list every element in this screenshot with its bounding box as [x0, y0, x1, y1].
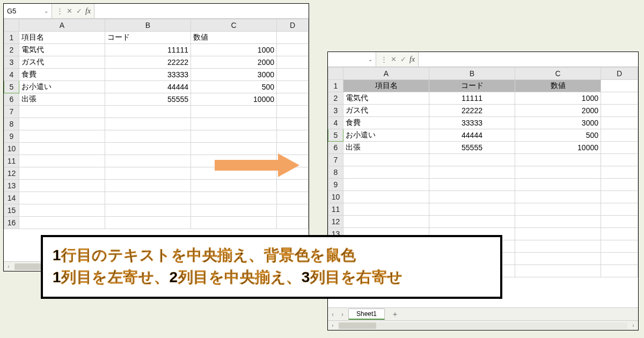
cell[interactable]: 電気代 — [343, 92, 429, 105]
row-header[interactable]: 1 — [328, 80, 343, 92]
cell[interactable] — [277, 56, 309, 69]
cell[interactable]: 食費 — [343, 117, 429, 129]
row-header[interactable]: 6 — [328, 142, 343, 154]
cell[interactable]: 3000 — [515, 117, 601, 129]
col-header[interactable]: C — [191, 19, 277, 32]
dropdown-icon[interactable]: ⌄ — [44, 8, 48, 14]
row-header[interactable]: 2 — [4, 44, 19, 56]
add-sheet-icon[interactable]: ＋ — [386, 310, 404, 319]
row-header[interactable]: 5 — [328, 129, 343, 142]
tab-nav-right-icon[interactable]: › — [338, 311, 347, 318]
cell[interactable]: お小遣い — [343, 129, 429, 142]
row-header[interactable]: 13 — [4, 180, 19, 192]
cell[interactable]: 電気代 — [19, 44, 105, 56]
fx-icon[interactable]: fx — [409, 55, 415, 64]
dropdown-icon[interactable]: ⌄ — [368, 56, 372, 62]
row-header[interactable]: 7 — [328, 154, 343, 166]
sheet-tab[interactable]: Sheet1 — [348, 308, 385, 320]
enter-icon[interactable]: ✓ — [399, 55, 407, 63]
row-header[interactable]: 12 — [4, 167, 19, 180]
cell[interactable]: 3000 — [191, 69, 277, 81]
hscroll[interactable]: ‹ › — [328, 320, 638, 330]
cell[interactable] — [601, 117, 638, 129]
scroll-left-icon[interactable]: ‹ — [4, 263, 13, 269]
row-header[interactable]: 12 — [328, 216, 343, 228]
dots-icon[interactable]: ⋮ — [55, 7, 64, 15]
cell[interactable]: ガス代 — [343, 105, 429, 117]
row-header[interactable]: 8 — [4, 118, 19, 130]
cell[interactable] — [601, 92, 638, 105]
cell[interactable]: 44444 — [105, 81, 191, 93]
cell[interactable] — [601, 142, 638, 154]
scroll-track[interactable] — [339, 322, 627, 329]
cell[interactable] — [277, 32, 309, 44]
enter-icon[interactable]: ✓ — [75, 7, 83, 15]
name-box[interactable]: G5 ⌄ — [4, 4, 52, 18]
col-header[interactable]: B — [429, 68, 515, 80]
col-header[interactable]: A — [343, 68, 429, 80]
row-header[interactable]: 10 — [4, 143, 19, 155]
cell[interactable]: 11111 — [105, 44, 191, 56]
row-header[interactable]: 9 — [4, 130, 19, 143]
cell[interactable]: 44444 — [429, 129, 515, 142]
cell[interactable]: 項目名 — [19, 32, 105, 44]
cell[interactable] — [277, 44, 309, 56]
cell[interactable]: 1000 — [191, 44, 277, 56]
cell[interactable]: 55555 — [429, 142, 515, 154]
scroll-thumb[interactable] — [339, 322, 376, 329]
cell[interactable]: 10000 — [191, 93, 277, 106]
cell[interactable]: 2000 — [515, 105, 601, 117]
row-header[interactable]: 11 — [328, 203, 343, 216]
cell[interactable]: 500 — [515, 129, 601, 142]
select-all-corner[interactable] — [328, 68, 343, 80]
cell[interactable]: 項目名 — [343, 80, 429, 92]
row-header[interactable]: 1 — [4, 32, 19, 44]
cancel-icon[interactable]: ✕ — [65, 7, 74, 15]
cell[interactable]: 10000 — [515, 142, 601, 154]
cell[interactable]: 出張 — [19, 93, 105, 106]
cell[interactable]: 数値 — [191, 32, 277, 44]
select-all-corner[interactable] — [4, 19, 19, 32]
cell[interactable]: 食費 — [19, 69, 105, 81]
cell[interactable]: 22222 — [105, 56, 191, 69]
col-header[interactable]: D — [601, 68, 638, 80]
col-header[interactable]: C — [515, 68, 601, 80]
row-header[interactable]: 3 — [4, 56, 19, 69]
cell[interactable]: コード — [429, 80, 515, 92]
cell[interactable] — [277, 81, 309, 93]
cell[interactable]: 2000 — [191, 56, 277, 69]
row-header[interactable]: 8 — [328, 166, 343, 179]
cell[interactable]: お小遣い — [19, 81, 105, 93]
cell[interactable]: 数値 — [515, 80, 601, 92]
cell[interactable]: コード — [105, 32, 191, 44]
col-header[interactable]: B — [105, 19, 191, 32]
row-header[interactable]: 11 — [4, 155, 19, 167]
cell[interactable] — [277, 69, 309, 81]
row-header[interactable]: 4 — [328, 117, 343, 129]
row-header[interactable]: 5 — [4, 81, 19, 93]
col-header[interactable]: D — [277, 19, 309, 32]
fx-icon[interactable]: fx — [85, 7, 91, 16]
row-header[interactable]: 15 — [4, 204, 19, 217]
name-box[interactable]: ⌄ — [328, 52, 376, 67]
cell[interactable]: 33333 — [105, 69, 191, 81]
row-header[interactable]: 2 — [328, 92, 343, 105]
cell[interactable]: 出張 — [343, 142, 429, 154]
cell[interactable]: 22222 — [429, 105, 515, 117]
cell[interactable]: 500 — [191, 81, 277, 93]
cell[interactable] — [277, 93, 309, 106]
cell[interactable] — [601, 129, 638, 142]
cancel-icon[interactable]: ✕ — [389, 55, 398, 63]
row-header[interactable]: 16 — [4, 217, 19, 229]
row-header[interactable]: 14 — [4, 192, 19, 204]
row-header[interactable]: 7 — [4, 106, 19, 118]
cell[interactable]: 33333 — [429, 117, 515, 129]
row-header[interactable]: 3 — [328, 105, 343, 117]
row-header[interactable]: 9 — [328, 179, 343, 191]
row-header[interactable]: 4 — [4, 69, 19, 81]
formula-input[interactable] — [94, 4, 309, 18]
row-header[interactable]: 6 — [4, 93, 19, 106]
col-header[interactable]: A — [19, 19, 105, 32]
dots-icon[interactable]: ⋮ — [379, 55, 388, 63]
cell[interactable] — [601, 80, 638, 92]
